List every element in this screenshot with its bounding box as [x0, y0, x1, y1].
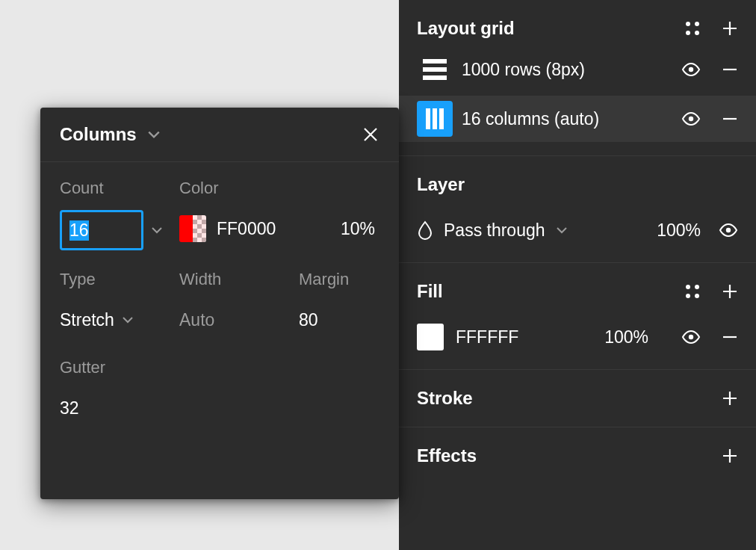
width-label: Width: [179, 270, 299, 289]
plus-icon[interactable]: [722, 283, 738, 300]
color-swatch[interactable]: [179, 215, 206, 242]
effects-header: Effects: [417, 441, 738, 471]
svg-rect-8: [426, 108, 430, 129]
layout-grid-row-columns[interactable]: 16 columns (auto): [399, 96, 756, 142]
blend-droplet-icon: [417, 220, 433, 240]
margin-value[interactable]: 80: [299, 301, 379, 339]
plus-icon[interactable]: [722, 448, 738, 464]
fill-hex-value[interactable]: FFFFFF: [456, 327, 604, 347]
eye-icon[interactable]: [681, 109, 701, 129]
effects-section: Effects: [399, 427, 756, 484]
layout-grid-row-label: 16 columns (auto): [462, 109, 681, 129]
blend-mode-select[interactable]: Pass through: [417, 220, 657, 241]
svg-rect-9: [433, 108, 437, 129]
svg-point-12: [726, 228, 731, 232]
chevron-down-icon: [122, 314, 134, 326]
layout-grid-row-label: 1000 rows (8px): [462, 60, 681, 80]
svg-point-11: [689, 117, 693, 121]
svg-point-3: [695, 31, 699, 35]
minus-icon[interactable]: [722, 329, 738, 345]
eye-icon[interactable]: [719, 220, 738, 240]
fill-section: Fill FFFFFF 100%: [399, 263, 756, 370]
columns-popover-header: Columns: [40, 108, 399, 162]
chevron-down-icon[interactable]: [151, 224, 163, 236]
stroke-section: Stroke: [399, 370, 756, 427]
plus-icon[interactable]: [722, 390, 738, 407]
color-label: Color: [179, 179, 379, 198]
styles-icon[interactable]: [684, 283, 701, 300]
layer-section: Layer Pass through 100%: [399, 156, 756, 263]
color-row: FF0000 10%: [179, 210, 379, 247]
width-value[interactable]: Auto: [179, 301, 299, 339]
effects-title: Effects: [417, 445, 477, 466]
layout-grid-section: Layout grid 1000 rows (8px): [399, 0, 756, 156]
close-icon[interactable]: [362, 126, 379, 143]
margin-label: Margin: [299, 270, 379, 289]
svg-point-15: [686, 294, 690, 298]
chevron-down-icon: [147, 128, 161, 141]
columns-type-dropdown[interactable]: Columns: [60, 124, 161, 145]
chevron-down-icon: [556, 224, 568, 236]
svg-rect-6: [423, 75, 447, 80]
fill-title: Fill: [417, 281, 443, 302]
rows-icon: [417, 52, 453, 87]
columns-popover-title: Columns: [60, 124, 137, 145]
svg-point-7: [689, 67, 693, 72]
fill-swatch[interactable]: [417, 324, 444, 350]
svg-point-1: [695, 22, 699, 26]
svg-point-2: [686, 31, 690, 35]
gutter-value[interactable]: 32: [60, 389, 179, 427]
layer-header: Layer: [417, 170, 738, 200]
fill-opacity-value[interactable]: 100%: [604, 327, 648, 347]
blend-mode-label: Pass through: [444, 220, 545, 241]
styles-icon[interactable]: [684, 20, 701, 37]
gutter-label: Gutter: [60, 358, 179, 377]
color-hex-value[interactable]: FF0000: [217, 219, 330, 239]
color-alpha-value[interactable]: 10%: [341, 219, 379, 239]
svg-rect-4: [423, 59, 447, 64]
layout-grid-header: Layout grid: [417, 13, 738, 43]
fill-header: Fill: [417, 276, 738, 306]
count-label: Count: [60, 179, 179, 198]
columns-popover-body: Count Color FF0000 10%: [40, 162, 399, 449]
svg-rect-5: [423, 67, 447, 72]
properties-sidebar: Layout grid 1000 rows (8px): [399, 0, 756, 550]
layout-grid-row-rows[interactable]: 1000 rows (8px): [399, 46, 756, 93]
layer-title: Layer: [417, 174, 465, 195]
svg-point-0: [686, 22, 690, 26]
svg-rect-10: [439, 108, 444, 129]
eye-icon[interactable]: [681, 327, 701, 347]
minus-icon[interactable]: [722, 61, 738, 78]
plus-icon[interactable]: [722, 20, 738, 37]
columns-popover: Columns Count Color: [40, 108, 399, 499]
svg-point-13: [686, 285, 690, 289]
svg-point-17: [689, 335, 693, 339]
type-label: Type: [60, 270, 179, 289]
layer-row: Pass through 100%: [417, 211, 738, 249]
type-value: Stretch: [60, 310, 114, 330]
stroke-title: Stroke: [417, 388, 473, 409]
stroke-header: Stroke: [417, 383, 738, 413]
svg-point-16: [695, 294, 699, 298]
layer-opacity-value[interactable]: 100%: [657, 220, 701, 241]
minus-icon[interactable]: [722, 111, 738, 127]
layout-grid-title: Layout grid: [417, 18, 515, 39]
svg-point-14: [695, 285, 699, 289]
eye-icon[interactable]: [681, 60, 701, 79]
count-input[interactable]: [60, 210, 143, 250]
fill-row: FFFFFF 100%: [417, 318, 738, 356]
columns-icon: [417, 101, 453, 137]
type-select[interactable]: Stretch: [60, 301, 179, 339]
